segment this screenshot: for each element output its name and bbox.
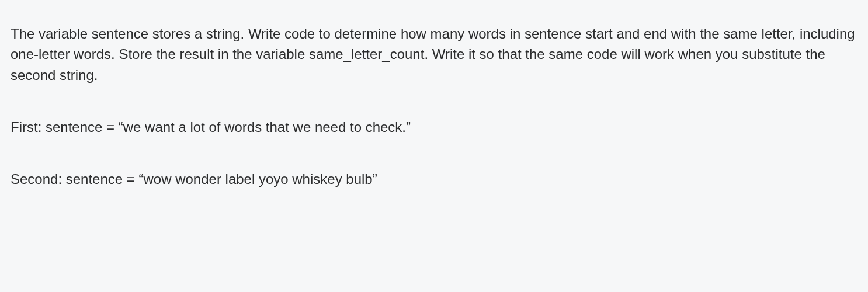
example-first: First: sentence = “we want a lot of word… — [11, 117, 857, 137]
question-block: The variable sentence stores a string. W… — [0, 0, 868, 213]
question-prompt: The variable sentence stores a string. W… — [11, 23, 857, 85]
example-second: Second: sentence = “wow wonder label yoy… — [11, 169, 857, 189]
